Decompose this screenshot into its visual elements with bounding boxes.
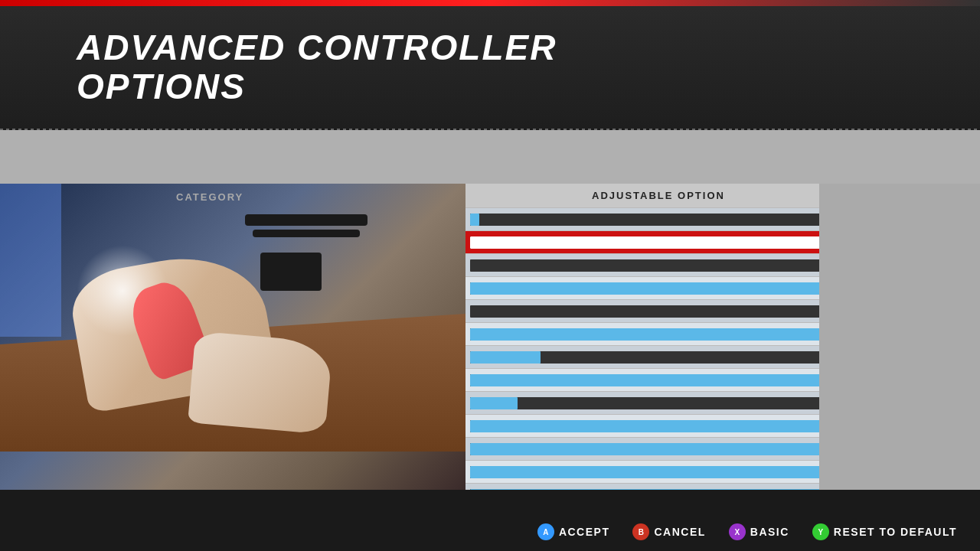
basic-action[interactable]: X BASIC (729, 523, 789, 540)
dark-item-2 (253, 230, 360, 237)
reset-action[interactable]: Y RESET TO DEFAULT (812, 523, 957, 540)
cancel-label: CANCEL (654, 526, 705, 538)
dark-item-1 (245, 214, 368, 226)
category-label: CATEGORY (176, 191, 243, 203)
bar-fill (470, 214, 479, 226)
page-title: ADVANCED CONTROLLER OPTIONS (77, 28, 557, 106)
basic-label: BASIC (750, 526, 789, 538)
y-button-icon: Y (812, 523, 829, 540)
reset-label: RESET TO DEFAULT (834, 526, 957, 538)
accept-action[interactable]: A ACCEPT (537, 523, 610, 540)
header: ADVANCED CONTROLLER OPTIONS (0, 6, 980, 129)
gray-band (0, 130, 980, 184)
x-button-icon: X (729, 523, 746, 540)
blue-tint (0, 184, 61, 337)
a-button-icon: A (537, 523, 554, 540)
cancel-action[interactable]: B CANCEL (632, 523, 705, 540)
bottom-bar: A ACCEPT B CANCEL X BASIC Y RESET TO DEF… (0, 513, 980, 551)
dark-item-3 (260, 253, 322, 291)
video-area (0, 184, 466, 490)
accept-label: ACCEPT (559, 526, 610, 538)
bar-fill (470, 351, 541, 364)
video-overlay (0, 184, 466, 490)
b-button-icon: B (632, 523, 649, 540)
bar-fill (470, 397, 518, 409)
top-accent-bar (0, 0, 980, 6)
side-panel-right (819, 184, 980, 490)
